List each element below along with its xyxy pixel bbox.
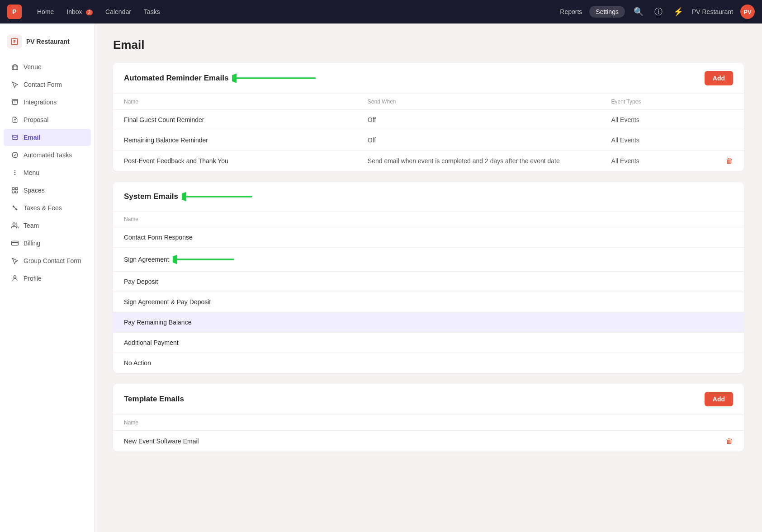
table-row[interactable]: Additional Payment bbox=[113, 333, 744, 353]
sidebar-item-group-contact-form[interactable]: Group Contact Form bbox=[4, 252, 91, 269]
svg-rect-3 bbox=[15, 188, 18, 190]
col-send-when: Send When bbox=[368, 99, 611, 105]
spaces-icon bbox=[11, 186, 19, 194]
sidebar-item-proposal[interactable]: Proposal bbox=[4, 111, 91, 128]
top-nav: P Home Inbox 2 Calendar Tasks Reports Se… bbox=[0, 0, 762, 24]
billing-label: Billing bbox=[24, 240, 40, 247]
settings-button[interactable]: Settings bbox=[589, 6, 625, 18]
main-layout: PV Restaurant Venue Contact Form Integra… bbox=[0, 24, 762, 532]
building-icon bbox=[11, 63, 19, 71]
row-event-types: All Events bbox=[611, 116, 733, 123]
svg-point-6 bbox=[13, 223, 15, 225]
svg-rect-4 bbox=[12, 191, 14, 193]
nav-tasks[interactable]: Tasks bbox=[139, 5, 165, 18]
profile-label: Profile bbox=[24, 275, 42, 282]
sidebar-item-integrations[interactable]: Integrations bbox=[4, 94, 91, 111]
green-arrow-3 bbox=[173, 254, 236, 265]
table-row[interactable]: New Event Software Email 🗑 bbox=[113, 431, 744, 452]
row-name: Final Guest Count Reminder bbox=[124, 116, 368, 123]
sidebar-item-venue[interactable]: Venue bbox=[4, 58, 91, 75]
delete-icon[interactable]: 🗑 bbox=[726, 437, 733, 445]
row-name: Pay Deposit bbox=[124, 278, 733, 285]
svg-rect-7 bbox=[12, 241, 19, 245]
row-send-when: Send email when event is completed and 2… bbox=[368, 157, 611, 165]
sidebar-item-team[interactable]: Team bbox=[4, 217, 91, 234]
automated-reminder-header: Automated Reminder Emails Add bbox=[113, 63, 744, 94]
row-name: New Event Software Email bbox=[124, 438, 726, 445]
table-row[interactable]: Final Guest Count Reminder Off All Event… bbox=[113, 110, 744, 130]
green-arrow-2 bbox=[182, 190, 254, 203]
row-name: No Action bbox=[124, 359, 733, 367]
sidebar-item-spaces[interactable]: Spaces bbox=[4, 182, 91, 199]
notifications-icon[interactable]: ⚡ bbox=[672, 7, 685, 17]
taxes-fees-label: Taxes & Fees bbox=[24, 204, 62, 212]
svg-point-8 bbox=[14, 276, 16, 278]
row-name: Pay Remaining Balance bbox=[124, 319, 733, 326]
system-emails-title-row: System Emails bbox=[124, 190, 254, 203]
row-event-types: All Events bbox=[611, 137, 733, 144]
integrations-label: Integrations bbox=[24, 99, 57, 106]
table-row[interactable]: Post-Event Feedback and Thank You Send e… bbox=[113, 151, 744, 171]
col-event-types: Event Types bbox=[611, 99, 733, 105]
main-content: Email Automated Reminder Emails Add bbox=[95, 24, 762, 532]
row-name: Post-Event Feedback and Thank You bbox=[124, 157, 368, 165]
sidebar: PV Restaurant Venue Contact Form Integra… bbox=[0, 24, 95, 532]
menu-icon bbox=[11, 169, 19, 177]
col-name: Name bbox=[124, 99, 368, 105]
sidebar-item-profile[interactable]: Profile bbox=[4, 270, 91, 287]
table-row[interactable]: Remaining Balance Reminder Off All Event… bbox=[113, 130, 744, 151]
sidebar-item-menu[interactable]: Menu bbox=[4, 164, 91, 181]
proposal-label: Proposal bbox=[24, 116, 48, 123]
sidebar-item-billing[interactable]: Billing bbox=[4, 235, 91, 252]
venue-name[interactable]: PV Restaurant bbox=[692, 8, 733, 15]
automated-tasks-icon bbox=[11, 151, 19, 159]
table-row[interactable]: No Action bbox=[113, 353, 744, 373]
venue-label: Venue bbox=[24, 63, 42, 71]
row-send-when: Off bbox=[368, 116, 611, 123]
spaces-label: Spaces bbox=[24, 187, 45, 194]
automated-tasks-label: Automated Tasks bbox=[24, 151, 72, 159]
sidebar-item-contact-form[interactable]: Contact Form bbox=[4, 76, 91, 93]
proposal-icon bbox=[11, 116, 19, 124]
table-row[interactable]: Sign Agreement & Pay Deposit bbox=[113, 292, 744, 312]
top-nav-right: Reports Settings 🔍 ⓘ ⚡ PV Restaurant PV bbox=[560, 5, 755, 19]
delete-icon[interactable]: 🗑 bbox=[726, 157, 733, 165]
sidebar-brand: PV Restaurant bbox=[0, 31, 95, 58]
nav-inbox[interactable]: Inbox 2 bbox=[62, 5, 97, 18]
automated-reminder-section: Automated Reminder Emails Add Name Send … bbox=[113, 63, 744, 171]
help-icon[interactable]: ⓘ bbox=[652, 6, 665, 17]
automated-reminder-header-row: Name Send When Event Types bbox=[113, 94, 744, 110]
automated-reminder-title: Automated Reminder Emails bbox=[124, 74, 228, 83]
nav-calendar[interactable]: Calendar bbox=[101, 5, 136, 18]
profile-icon bbox=[11, 274, 19, 282]
system-emails-header-row: Name bbox=[113, 212, 744, 227]
sidebar-item-email[interactable]: Email bbox=[4, 129, 91, 146]
search-icon[interactable]: 🔍 bbox=[632, 7, 645, 17]
svg-rect-5 bbox=[15, 191, 18, 193]
system-emails-header: System Emails bbox=[113, 182, 744, 212]
table-row[interactable]: Contact Form Response bbox=[113, 227, 744, 248]
row-event-types: All Events bbox=[611, 157, 639, 165]
puzzle-icon bbox=[11, 98, 19, 106]
table-row[interactable]: Pay Deposit bbox=[113, 272, 744, 292]
avatar[interactable]: PV bbox=[740, 5, 755, 19]
row-name: Contact Form Response bbox=[124, 234, 733, 241]
sidebar-item-taxes-fees[interactable]: Taxes & Fees bbox=[4, 199, 91, 217]
percent-icon bbox=[11, 204, 19, 212]
table-row[interactable]: Sign Agreement bbox=[113, 248, 744, 272]
sidebar-item-automated-tasks[interactable]: Automated Tasks bbox=[4, 146, 91, 164]
automated-reminder-add-button[interactable]: Add bbox=[705, 71, 733, 85]
row-send-when: Off bbox=[368, 137, 611, 144]
svg-rect-1 bbox=[12, 66, 18, 70]
col-name: Name bbox=[124, 216, 733, 222]
email-label: Email bbox=[24, 134, 40, 141]
automated-reminder-title-row: Automated Reminder Emails bbox=[124, 72, 318, 85]
template-emails-add-button[interactable]: Add bbox=[705, 392, 733, 406]
reports-link[interactable]: Reports bbox=[560, 8, 582, 15]
nav-home[interactable]: Home bbox=[33, 5, 58, 18]
app-logo[interactable]: P bbox=[7, 5, 22, 19]
system-emails-section: System Emails Name Contact Form Response bbox=[113, 182, 744, 373]
row-name: Sign Agreement & Pay Deposit bbox=[124, 298, 733, 306]
table-row[interactable]: Pay Remaining Balance bbox=[113, 312, 744, 333]
col-name: Name bbox=[124, 419, 733, 426]
